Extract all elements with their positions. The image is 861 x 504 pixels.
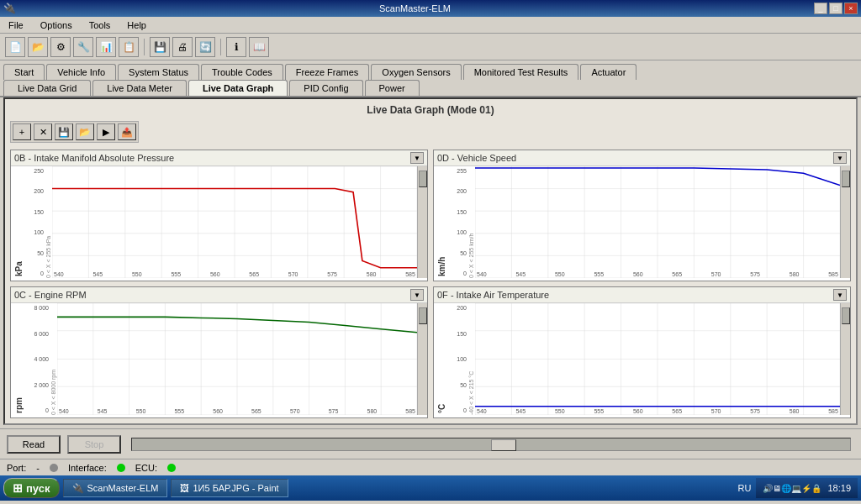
menu-tools[interactable]: Tools [84,18,116,32]
graph-speed-title: 0D - Vehicle Speed [437,153,833,163]
tab-oxygen-sensors[interactable]: Oxygen Sensors [371,64,461,80]
graph-temp-body: °C 200150100500 -40 < X < 215 °C [434,303,850,415]
bottom-scroll-thumb[interactable] [491,439,516,451]
inner-btn-2[interactable]: ✕ [34,123,52,140]
graph-temp-canvas: 540545550555560565570575580585 [475,303,840,415]
toolbar-btn-1[interactable]: 📄 [5,37,25,57]
inner-btn-1[interactable]: + [13,123,31,140]
tab-actuator[interactable]: Actuator [580,64,637,80]
title-bar-title: ScanMaster-ELM [16,3,814,13]
menu-help[interactable]: Help [122,18,151,32]
tab-system-status[interactable]: System Status [118,64,199,80]
graph-speed-header: 0D - Vehicle Speed ▼ [434,150,850,166]
tab-trouble-codes[interactable]: Trouble Codes [201,64,283,80]
bottom-scrollbar[interactable] [131,438,851,451]
read-button[interactable]: Read [7,435,61,454]
tab-start[interactable]: Start [3,64,45,80]
graph-speed-dropdown[interactable]: ▼ [833,152,847,164]
taskbar-time: 18:19 [827,483,851,493]
toolbar-btn-10[interactable]: ℹ [226,37,246,57]
start-label: пуск [26,482,50,495]
graphs-grid: 0B - Intake Manifold Absolute Pressure ▼… [10,150,851,418]
maximize-button[interactable]: □ [829,3,843,14]
toolbar-separator-2 [220,39,221,55]
tab-row-1: Start Vehicle Info System Status Trouble… [0,60,861,80]
graph-pressure-scroll-thumb[interactable] [419,171,427,187]
graph-speed-scroll-thumb[interactable] [842,171,850,187]
graph-pressure-scrollbar[interactable] [417,166,427,278]
graph-pressure-panel: 0B - Intake Manifold Absolute Pressure ▼… [10,150,428,281]
status-bar: Port: - Interface: ECU: [0,459,861,475]
graph-temp-header: 0F - Intake Air Temperature ▼ [434,287,850,303]
taskbar-label-2: 1И5 БАР.JPG - Paint [193,483,278,493]
start-button[interactable]: ⊞ пуск [3,478,60,498]
toolbar-separator [144,39,145,55]
inner-btn-4[interactable]: 📂 [76,123,94,140]
menu-file[interactable]: File [3,18,29,32]
graph-rpm-canvas: 540545550555560565570575580585 [57,303,417,415]
port-label: Port: [7,463,26,473]
graph-rpm-xlabels: 540545550555560565570575580585 [57,408,417,414]
tab-live-data-graph[interactable]: Live Data Graph [188,80,288,96]
close-button[interactable]: × [844,3,858,14]
tab-live-data-meter[interactable]: Live Data Meter [92,80,187,96]
menu-bar: File Options Tools Help [0,17,861,34]
graph-pressure-yaxis: 250200150100500 [26,166,45,278]
graph-rpm-panel: 0C - Engine RPM ▼ rpm 8 0006 0004 0002 0… [10,286,428,418]
graph-speed-xlabels: 540545550555560565570575580585 [475,271,840,277]
minimize-button[interactable]: _ [814,3,827,14]
stop-button[interactable]: Stop [67,435,121,454]
inner-btn-6[interactable]: 📤 [118,123,136,140]
graph-pressure-dropdown[interactable]: ▼ [410,152,424,164]
ecu-led [167,464,176,472]
tab-power[interactable]: Power [365,80,420,96]
tab-row-2: Live Data Grid Live Data Meter Live Data… [0,80,861,97]
tab-pid-config[interactable]: PID Config [289,80,362,96]
toolbar-btn-11[interactable]: 📖 [249,37,269,57]
toolbar-btn-9[interactable]: 🔄 [195,37,215,57]
taskbar-item-paint[interactable]: 🖼 1И5 БАР.JPG - Paint [171,479,288,497]
graph-temp-xlabels: 540545550555560565570575580585 [475,408,840,414]
toolbar-btn-7[interactable]: 💾 [150,37,170,57]
title-bar-icon: 🔌 [3,3,16,14]
menu-options[interactable]: Options [35,18,77,32]
graph-rpm-scroll-thumb[interactable] [419,307,427,324]
graph-temp-scroll-thumb[interactable] [842,307,850,324]
graph-speed-canvas: 540545550555560565570575580585 [475,166,840,278]
toolbar-btn-6[interactable]: 📋 [119,37,139,57]
graph-temp-svg [475,303,840,415]
tab-vehicle-info[interactable]: Vehicle Info [46,64,116,80]
graph-speed-yaxis: 255200150100500 [449,166,467,278]
taskbar-icon-2: 🖼 [180,483,189,493]
graph-temp-dropdown[interactable]: ▼ [833,289,847,301]
title-bar: 🔌 ScanMaster-ELM _ □ × [0,0,861,17]
graph-speed-scrollbar[interactable] [840,166,850,278]
graph-rpm-dropdown[interactable]: ▼ [410,289,424,301]
taskbar-label-1: ScanMaster-ELM [87,483,159,493]
graph-pressure-header: 0B - Intake Manifold Absolute Pressure ▼ [11,150,427,166]
tab-monitored-test-results[interactable]: Monitored Test Results [463,64,579,80]
graph-rpm-svg [57,303,417,415]
graph-speed-svg [475,166,840,278]
taskbar-right: RU 🔊🖥🌐💻⚡🔒 18:19 [738,478,858,498]
toolbar-btn-4[interactable]: 🔧 [73,37,93,57]
inner-btn-3[interactable]: 💾 [55,123,73,140]
interface-label: Interface: [68,463,107,473]
graph-temp-scrollbar[interactable] [840,303,850,415]
graph-pressure-body: kPa 250200150100500 0 < X < 255 kPa [11,166,427,278]
toolbar-btn-5[interactable]: 📊 [96,37,116,57]
ecu-label: ECU: [135,463,157,473]
panel-title: Live Data Graph (Mode 01) [10,104,851,116]
toolbar-btn-8[interactable]: 🖨 [172,37,193,57]
taskbar-item-scanmaster[interactable]: 🔌 ScanMaster-ELM [63,479,168,497]
interface-led [117,464,125,472]
graph-rpm-ylabel: rpm [11,303,26,415]
toolbar-btn-3[interactable]: ⚙ [50,37,71,57]
sys-tray-icons: 🔊🖥🌐💻⚡🔒 [763,484,821,493]
tab-freeze-frames[interactable]: Freeze Frames [285,64,370,80]
tab-live-data-grid[interactable]: Live Data Grid [3,80,91,96]
port-value: - [36,463,40,473]
toolbar-btn-2[interactable]: 📂 [28,37,48,57]
graph-rpm-scrollbar[interactable] [417,303,427,415]
inner-btn-5[interactable]: ▶ [97,123,115,140]
